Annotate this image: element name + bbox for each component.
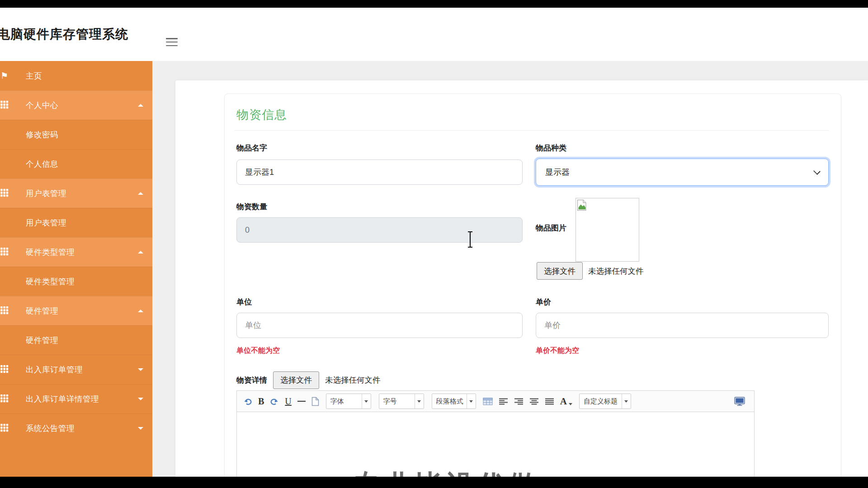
undo-icon[interactable] (243, 398, 252, 405)
unit-label: 单位 (236, 297, 252, 307)
chevron-up-icon (138, 104, 143, 107)
app-header: 电脑硬件库存管理系统 (0, 8, 868, 61)
font-family-dropdown[interactable]: 字体 (326, 394, 371, 409)
grid-icon (0, 101, 9, 110)
sidebar-item-sub-2[interactable]: ⚑ 修改密码 (0, 120, 152, 149)
sidebar-item-4[interactable]: ⚑ 用户表管理 (0, 178, 152, 208)
grid-icon (0, 248, 9, 257)
align-center-icon[interactable] (529, 398, 539, 405)
sidebar-item-sub-9[interactable]: ⚑ 硬件管理 (0, 325, 152, 355)
grid-icon (0, 424, 9, 433)
paragraph-format-dropdown[interactable]: 段落格式 (432, 394, 476, 409)
text-cursor-ibeam (467, 231, 474, 250)
image-file-row: 选择文件 未选择任何文件 (537, 262, 644, 280)
align-justify-icon[interactable] (545, 398, 554, 405)
sidebar-item-12[interactable]: ⚑ 系统公告管理 (0, 413, 152, 443)
sidebar-item-label: 个人中心 (26, 100, 58, 111)
chevron-down-icon (138, 398, 143, 400)
sidebar-item-label: 修改密码 (26, 129, 58, 140)
item-name-label: 物品名字 (236, 143, 267, 153)
letterbox-top-bar (0, 0, 868, 8)
section-title: 物资信息 (236, 107, 287, 123)
rich-text-editor: B U 字体 字号 段落格式 (236, 390, 755, 488)
price-input[interactable] (536, 313, 829, 338)
image-file-status: 未选择任何文件 (588, 266, 644, 277)
grid-icon (0, 189, 9, 198)
item-image-label: 物品图片 (536, 223, 566, 233)
sidebar-item-label: 出入库订单管理 (26, 364, 83, 375)
sidebar-item-6[interactable]: ⚑ 硬件类型管理 (0, 237, 152, 267)
chevron-up-icon (138, 192, 143, 195)
bold-button[interactable]: B (258, 396, 264, 407)
sidebar-item-label: 用户表管理 (26, 188, 66, 199)
grid-icon (0, 394, 9, 404)
item-name-input[interactable] (236, 160, 523, 185)
flag-icon: ⚑ (0, 71, 9, 80)
detail-file-status: 未选择任何文件 (325, 375, 381, 385)
grid-icon (0, 306, 9, 315)
sidebar-nav: ⚑ 主页 ⚑ 个人中心 (0, 61, 152, 477)
sidebar-item-10[interactable]: ⚑ 出入库订单管理 (0, 355, 152, 384)
align-right-icon[interactable] (514, 398, 524, 405)
detail-file-row: 物资详情 选择文件 未选择任何文件 (236, 371, 381, 389)
new-document-icon[interactable] (311, 397, 319, 406)
custom-heading-dropdown[interactable]: 自定义标题 (579, 394, 631, 409)
editor-toolbar: B U 字体 字号 段落格式 (236, 390, 755, 412)
sidebar-item-label: 用户表管理 (26, 217, 66, 228)
insert-table-icon[interactable] (483, 398, 493, 405)
font-color-dropdown[interactable]: A (560, 396, 572, 407)
sidebar-item-label: 硬件管理 (26, 305, 58, 316)
chevron-up-icon (138, 251, 143, 253)
detail-choose-file-button[interactable]: 选择文件 (273, 371, 319, 389)
sidebar-item-sub-3[interactable]: ⚑ 个人信息 (0, 149, 152, 178)
item-category-label: 物品种类 (536, 143, 566, 153)
letterbox-bottom-bar (0, 477, 868, 488)
material-info-card: 物资信息 物品名字 物品种类 显示器 物资数量 0 物品图片 选择文件 未选择任… (224, 94, 841, 488)
sidebar-item-label: 出入库订单详情管理 (26, 394, 99, 404)
sidebar-item-0[interactable]: ⚑ 主页 (0, 61, 152, 90)
unit-error-message: 单位不能为空 (236, 346, 280, 356)
unit-input[interactable] (236, 313, 523, 338)
sidebar-item-label: 系统公告管理 (26, 423, 75, 434)
price-error-message: 单价不能为空 (536, 346, 579, 356)
app-title: 电脑硬件库存管理系统 (0, 8, 128, 61)
underline-button[interactable]: U (285, 396, 291, 407)
sidebar-item-sub-7[interactable]: ⚑ 硬件类型管理 (0, 267, 152, 296)
chevron-down-icon (138, 368, 143, 371)
price-label: 单价 (536, 297, 551, 307)
fullscreen-monitor-icon[interactable] (734, 397, 745, 406)
selected-category-value: 显示器 (545, 167, 570, 178)
font-size-dropdown[interactable]: 字号 (379, 394, 424, 409)
horizontal-rule-button[interactable] (297, 401, 306, 402)
chevron-down-icon (138, 427, 143, 430)
sidebar-item-11[interactable]: ⚑ 出入库订单详情管理 (0, 384, 152, 413)
sidebar-item-label: 硬件管理 (26, 335, 58, 346)
align-left-icon[interactable] (499, 398, 508, 405)
sidebar-item-sub-5[interactable]: ⚑ 用户表管理 (0, 208, 152, 237)
broken-image-icon (577, 199, 587, 211)
hamburger-menu-icon[interactable] (166, 38, 178, 47)
image-choose-file-button[interactable]: 选择文件 (537, 262, 583, 280)
sidebar-item-1[interactable]: ⚑ 个人中心 (0, 90, 152, 120)
grid-icon (0, 365, 9, 374)
item-image-preview (576, 198, 639, 262)
redo-icon[interactable] (270, 398, 279, 405)
quantity-input-disabled: 0 (236, 217, 523, 243)
item-category-select[interactable]: 显示器 (536, 159, 829, 186)
chevron-up-icon (138, 310, 143, 312)
sidebar-item-8[interactable]: ⚑ 硬件管理 (0, 296, 152, 325)
sidebar-item-label: 个人信息 (26, 159, 58, 169)
sidebar-item-label: 硬件类型管理 (26, 276, 75, 287)
quantity-label: 物资数量 (236, 202, 267, 212)
divider (235, 130, 829, 131)
detail-label: 物资详情 (236, 375, 267, 385)
sidebar-item-label: 硬件类型管理 (26, 247, 75, 258)
sidebar-item-label: 主页 (26, 70, 42, 81)
